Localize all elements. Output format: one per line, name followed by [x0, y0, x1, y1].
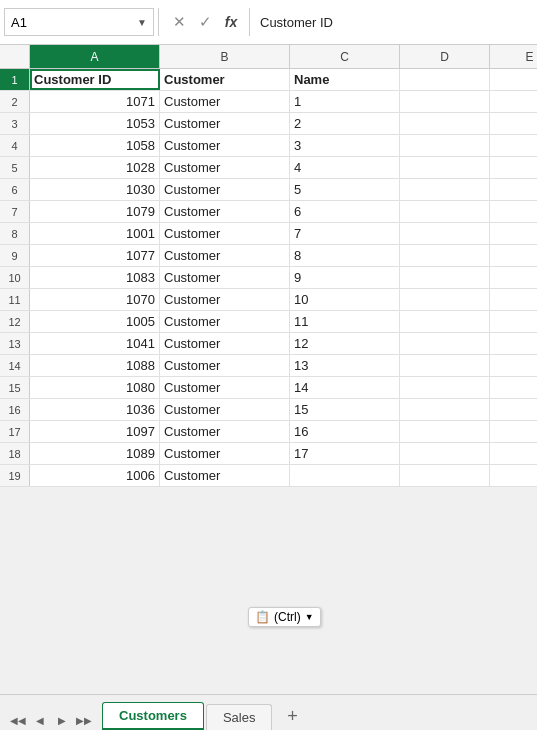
cell-c12[interactable]: 11 [290, 311, 400, 332]
cell-d6[interactable] [400, 179, 490, 200]
cell-e13[interactable] [490, 333, 537, 354]
table-row[interactable]: 111070Customer10 [0, 289, 537, 311]
cell-c11[interactable]: 10 [290, 289, 400, 310]
cell-d19[interactable] [400, 465, 490, 486]
table-row[interactable]: 161036Customer15 [0, 399, 537, 421]
cell-b13[interactable]: Customer [160, 333, 290, 354]
table-row[interactable]: 61030Customer5 [0, 179, 537, 201]
tab-nav-prev[interactable]: ◀ [30, 710, 50, 730]
cell-e12[interactable] [490, 311, 537, 332]
cell-a14[interactable]: 1088 [30, 355, 160, 376]
cell-d8[interactable] [400, 223, 490, 244]
cell-c15[interactable]: 14 [290, 377, 400, 398]
cell-c10[interactable]: 9 [290, 267, 400, 288]
paste-tooltip[interactable]: 📋 (Ctrl) ▼ [248, 607, 321, 627]
cell-d4[interactable] [400, 135, 490, 156]
name-box-dropdown-icon[interactable]: ▼ [137, 17, 147, 28]
cell-b18[interactable]: Customer [160, 443, 290, 464]
table-row[interactable]: 141088Customer13 [0, 355, 537, 377]
cell-e17[interactable] [490, 421, 537, 442]
cell-d5[interactable] [400, 157, 490, 178]
col-header-c[interactable]: C [290, 45, 400, 68]
cell-c2[interactable]: 1 [290, 91, 400, 112]
cell-a1[interactable]: Customer ID [30, 69, 160, 90]
tab-nav-last[interactable]: ▶▶ [74, 710, 94, 730]
tab-nav-next[interactable]: ▶ [52, 710, 72, 730]
table-row[interactable]: 71079Customer6 [0, 201, 537, 223]
table-row[interactable]: 41058Customer3 [0, 135, 537, 157]
cell-e15[interactable] [490, 377, 537, 398]
table-row[interactable]: 31053Customer2 [0, 113, 537, 135]
cell-e5[interactable] [490, 157, 537, 178]
cell-e6[interactable] [490, 179, 537, 200]
cell-a10[interactable]: 1083 [30, 267, 160, 288]
col-header-b[interactable]: B [160, 45, 290, 68]
cell-d16[interactable] [400, 399, 490, 420]
cell-a16[interactable]: 1036 [30, 399, 160, 420]
cell-b11[interactable]: Customer [160, 289, 290, 310]
cell-b3[interactable]: Customer [160, 113, 290, 134]
table-row[interactable]: 181089Customer17 [0, 443, 537, 465]
cell-b8[interactable]: Customer [160, 223, 290, 244]
cell-e10[interactable] [490, 267, 537, 288]
cell-d12[interactable] [400, 311, 490, 332]
cell-d17[interactable] [400, 421, 490, 442]
cell-e11[interactable] [490, 289, 537, 310]
name-box[interactable]: A1 ▼ [4, 8, 154, 36]
sheet-tab-customers[interactable]: Customers [102, 702, 204, 730]
cell-b1[interactable]: Customer [160, 69, 290, 90]
cell-e4[interactable] [490, 135, 537, 156]
cell-d9[interactable] [400, 245, 490, 266]
table-row[interactable]: 131041Customer12 [0, 333, 537, 355]
cell-b9[interactable]: Customer [160, 245, 290, 266]
cell-e7[interactable] [490, 201, 537, 222]
sheet-tab-sales[interactable]: Sales [206, 704, 273, 730]
table-row[interactable]: 191006Customer [0, 465, 537, 487]
cell-e14[interactable] [490, 355, 537, 376]
cell-d10[interactable] [400, 267, 490, 288]
cell-c9[interactable]: 8 [290, 245, 400, 266]
cell-e2[interactable] [490, 91, 537, 112]
table-row[interactable]: 151080Customer14 [0, 377, 537, 399]
cell-b14[interactable]: Customer [160, 355, 290, 376]
cell-c8[interactable]: 7 [290, 223, 400, 244]
table-row[interactable]: 91077Customer8 [0, 245, 537, 267]
cell-e1[interactable] [490, 69, 537, 90]
cell-b12[interactable]: Customer [160, 311, 290, 332]
cancel-icon[interactable]: ✕ [169, 13, 189, 31]
cell-a12[interactable]: 1005 [30, 311, 160, 332]
cell-e3[interactable] [490, 113, 537, 134]
cell-d2[interactable] [400, 91, 490, 112]
cell-c13[interactable]: 12 [290, 333, 400, 354]
cell-c6[interactable]: 5 [290, 179, 400, 200]
cell-d15[interactable] [400, 377, 490, 398]
cell-a9[interactable]: 1077 [30, 245, 160, 266]
cell-d7[interactable] [400, 201, 490, 222]
col-header-a[interactable]: A [30, 45, 160, 68]
cell-b19[interactable]: Customer [160, 465, 290, 486]
cell-e9[interactable] [490, 245, 537, 266]
cell-d11[interactable] [400, 289, 490, 310]
paste-dropdown-icon[interactable]: ▼ [305, 612, 314, 622]
cell-d18[interactable] [400, 443, 490, 464]
cell-b15[interactable]: Customer [160, 377, 290, 398]
cell-d14[interactable] [400, 355, 490, 376]
cell-e19[interactable] [490, 465, 537, 486]
cell-a6[interactable]: 1030 [30, 179, 160, 200]
cell-c18[interactable]: 17 [290, 443, 400, 464]
tab-nav-first[interactable]: ◀◀ [8, 710, 28, 730]
cell-a8[interactable]: 1001 [30, 223, 160, 244]
table-row[interactable]: 21071Customer1 [0, 91, 537, 113]
cell-b17[interactable]: Customer [160, 421, 290, 442]
cell-a13[interactable]: 1041 [30, 333, 160, 354]
cell-c19[interactable] [290, 465, 400, 486]
cell-b4[interactable]: Customer [160, 135, 290, 156]
cell-a19[interactable]: 1006 [30, 465, 160, 486]
table-row[interactable]: 81001Customer7 [0, 223, 537, 245]
confirm-icon[interactable]: ✓ [195, 13, 215, 31]
cell-d3[interactable] [400, 113, 490, 134]
table-row[interactable]: 1Customer IDCustomerName [0, 69, 537, 91]
cell-a4[interactable]: 1058 [30, 135, 160, 156]
cell-b16[interactable]: Customer [160, 399, 290, 420]
cell-a3[interactable]: 1053 [30, 113, 160, 134]
